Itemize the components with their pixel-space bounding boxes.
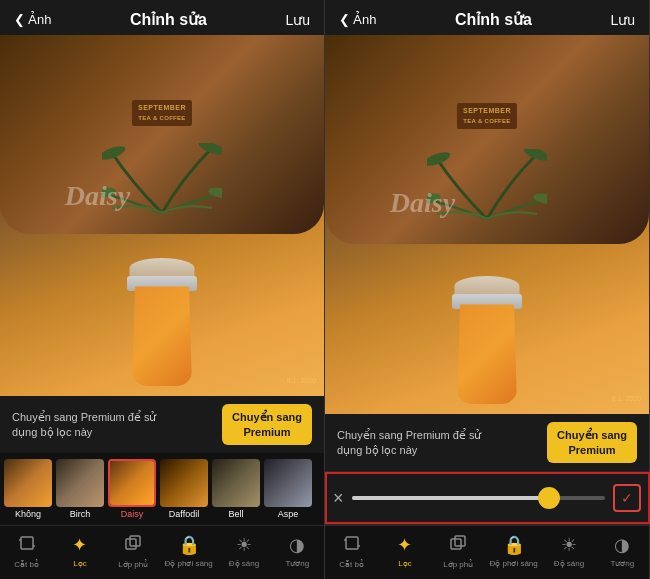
filter-birch-preview [56, 459, 104, 507]
filter-bell-label: Bell [228, 509, 243, 519]
left-save-button[interactable]: Lưu [285, 12, 310, 28]
slider-cancel-button[interactable]: × [333, 488, 344, 509]
svg-point-11 [427, 191, 442, 206]
filter-bell-thumb [212, 459, 260, 507]
left-brightness-icon: ☀ [236, 534, 252, 556]
filter-daisy-preview [110, 461, 154, 505]
right-photo-bg: SEPTEMBERTea & Coffee Daisy [325, 35, 649, 414]
right-photo-sign: SEPTEMBERTea & Coffee [457, 103, 517, 129]
left-back-button[interactable]: ❮ Ảnh [14, 12, 51, 27]
right-save-button[interactable]: Lưu [610, 12, 635, 28]
filter-bell[interactable]: Bell [212, 459, 260, 519]
right-photo-plant [427, 149, 547, 229]
right-loc-label: Lọc [398, 559, 411, 568]
right-tool-lop-phu[interactable]: Lớp phủ [436, 534, 480, 569]
filter-aspe[interactable]: Aspe [264, 459, 312, 519]
slider-fill [352, 496, 555, 500]
slider-confirm-button[interactable]: ✓ [613, 484, 641, 512]
filter-khong-thumb [4, 459, 52, 507]
left-tool-tuong-phan[interactable]: ◑ Tương [275, 534, 319, 569]
filter-daisy-label: Daisy [121, 509, 144, 519]
left-filter-icon: ✦ [72, 534, 87, 556]
slider-thumb[interactable] [538, 487, 560, 509]
left-tuong-label: Tương [285, 559, 309, 568]
filter-aspe-preview [264, 459, 312, 507]
left-tool-loc[interactable]: ✦ Lọc [58, 534, 102, 569]
filter-birch[interactable]: Birch [56, 459, 104, 519]
left-tool-cat-bo[interactable]: Cắt bỏ [5, 534, 49, 569]
slider-track-bg [352, 496, 605, 500]
slider-check-icon: ✓ [621, 490, 633, 506]
right-premium-text: Chuyển sang Premium để sử dụng bộ lọc nà… [337, 428, 497, 457]
right-cat-bo-label: Cắt bỏ [339, 560, 364, 569]
right-toolbar: Cắt bỏ ✦ Lọc Lớp phủ 🔒 Độ phơi sáng ☀ Độ… [325, 525, 649, 579]
right-panel: ❮ Ảnh Chỉnh sửa Lưu SEPTEMBERTea & Coffe… [325, 0, 650, 579]
left-contrast-icon: ◑ [289, 534, 305, 556]
filter-daisy[interactable]: Daisy [108, 459, 156, 519]
filter-khong[interactable]: Không [4, 459, 52, 519]
left-panel: ❮ Ảnh Chỉnh sửa Lưu SEPTEMBERTea & Coffe… [0, 0, 325, 579]
filter-daffodil-preview [160, 459, 208, 507]
right-tool-do-phoi-sang[interactable]: 🔒 Độ phơi sáng [489, 534, 537, 569]
right-back-arrow-icon: ❮ [339, 12, 350, 27]
left-photo-area: SEPTEMBERTea & Coffee [0, 35, 324, 396]
svg-rect-13 [346, 537, 358, 549]
left-cup-body [132, 286, 192, 386]
svg-point-1 [197, 143, 222, 157]
filter-birch-label: Birch [70, 509, 91, 519]
right-crop-icon [343, 534, 361, 557]
filter-aspe-thumb [264, 459, 312, 507]
svg-point-12 [532, 191, 547, 206]
right-contrast-icon: ◑ [614, 534, 630, 556]
svg-point-2 [102, 186, 117, 201]
right-overlay-icon [449, 534, 467, 557]
svg-rect-4 [21, 537, 33, 549]
right-tool-tuong-phan[interactable]: ◑ Tương [600, 534, 644, 569]
left-tool-do-sang[interactable]: ☀ Độ sáng [222, 534, 266, 569]
right-back-label: Ảnh [353, 12, 376, 27]
right-tool-do-sang[interactable]: ☀ Độ sáng [547, 534, 591, 569]
left-photo-bg: SEPTEMBERTea & Coffee [0, 35, 324, 396]
right-cup-dome [455, 276, 520, 296]
right-back-button[interactable]: ❮ Ảnh [339, 12, 376, 27]
left-title: Chỉnh sửa [51, 10, 285, 29]
left-toolbar: Cắt bỏ ✦ Lọc Lớp phủ 🔒 Độ phơi sáng ☀ Độ… [0, 525, 324, 579]
left-premium-text: Chuyển sang Premium để sử dụng bộ lọc nà… [12, 410, 172, 439]
right-do-phoi-sang-label: Độ phơi sáng [489, 559, 537, 568]
right-tool-cat-bo[interactable]: Cắt bỏ [330, 534, 374, 569]
svg-point-3 [207, 186, 222, 201]
left-back-arrow-icon: ❮ [14, 12, 25, 27]
right-tuong-label: Tương [610, 559, 634, 568]
right-exposure-icon: 🔒 [503, 534, 525, 556]
right-filter-icon: ✦ [397, 534, 412, 556]
right-premium-button[interactable]: Chuyển sangPremium [547, 422, 637, 463]
slider-track[interactable] [352, 496, 605, 500]
filter-daffodil-thumb [160, 459, 208, 507]
svg-rect-8 [130, 536, 140, 546]
left-tool-lop-phu[interactable]: Lớp phủ [111, 534, 155, 569]
filter-daffodil[interactable]: Daffodil [160, 459, 208, 519]
left-crop-icon [18, 534, 36, 557]
left-header: ❮ Ảnh Chỉnh sửa Lưu [0, 0, 324, 35]
left-filter-strip: Không Birch Daisy Daffodil Bell [0, 453, 324, 525]
filter-daffodil-label: Daffodil [169, 509, 199, 519]
right-photo-date: 8.1. 2020 [612, 395, 641, 402]
left-photo-sign: SEPTEMBERTea & Coffee [132, 100, 192, 126]
left-back-label: Ảnh [28, 12, 51, 27]
left-do-sang-label: Độ sáng [229, 559, 259, 568]
right-photo-area: SEPTEMBERTea & Coffee Daisy [325, 35, 649, 414]
svg-point-9 [427, 149, 452, 168]
svg-rect-7 [126, 539, 136, 549]
left-cat-bo-label: Cắt bỏ [14, 560, 39, 569]
left-loc-label: Lọc [73, 559, 86, 568]
right-lop-phu-label: Lớp phủ [443, 560, 473, 569]
left-photo-date: 8.1. 2020 [287, 377, 316, 384]
right-premium-notice: Chuyển sang Premium để sử dụng bộ lọc nà… [325, 414, 649, 471]
left-tool-do-phoi-sang[interactable]: 🔒 Độ phơi sáng [164, 534, 212, 569]
right-tool-loc[interactable]: ✦ Lọc [383, 534, 427, 569]
right-brightness-icon: ☀ [561, 534, 577, 556]
right-cup-body [457, 304, 517, 404]
filter-khong-label: Không [15, 509, 41, 519]
left-exposure-icon: 🔒 [178, 534, 200, 556]
left-premium-button[interactable]: Chuyển sangPremium [222, 404, 312, 445]
